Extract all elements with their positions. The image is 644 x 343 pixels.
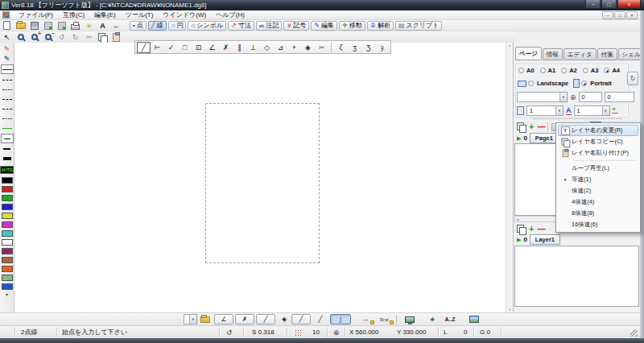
style-picker-button[interactable]: ✎ [1, 54, 14, 64]
print-button[interactable] [68, 20, 82, 31]
tool-delete-line[interactable]: ✂ [315, 42, 328, 53]
color-swatch-lightgreen[interactable] [2, 275, 13, 281]
pen-width-combobox[interactable]: 1▾ [526, 105, 564, 116]
remove-page-button[interactable]: — [537, 123, 544, 131]
redo-button[interactable]: ↻ [68, 32, 82, 43]
linewidth-thick-button[interactable] [1, 155, 14, 163]
menu-help[interactable]: ヘルプ(H) [211, 10, 250, 20]
add-set-icon[interactable]: +— [613, 108, 618, 114]
image-view-button[interactable] [467, 314, 481, 324]
snap-combobox[interactable]: ▾ [184, 314, 197, 324]
mode-circle-button[interactable]: ○円 [168, 21, 187, 31]
restore-button[interactable]: □ [601, 0, 617, 9]
linestyle-dot-button[interactable] [1, 85, 14, 93]
tab-notes[interactable]: 付箋 [597, 48, 617, 60]
copy-layer-icon[interactable] [517, 225, 526, 233]
tab-info[interactable]: 情報 [543, 48, 563, 60]
remove-layer-button[interactable]: — [537, 225, 544, 233]
scroll-up-icon[interactable]: ▲ [508, 43, 511, 48]
dropdown-arrow-icon[interactable]: ▾ [602, 106, 609, 115]
linewidth-medium-button[interactable] [1, 145, 14, 153]
minimize-button[interactable]: − [585, 0, 601, 9]
pen-style-button[interactable]: ✎ [1, 44, 14, 54]
add-page-button[interactable]: + [529, 122, 534, 131]
grid-snap-icon[interactable] [295, 326, 302, 339]
tool-spline-edit[interactable]: Ʒ [361, 42, 375, 53]
snap-folder-button[interactable] [200, 314, 210, 324]
mode-mark-button[interactable]: ∨記号 [283, 21, 309, 31]
dimension-display-button[interactable]: ↔ [359, 314, 372, 324]
favorites-button[interactable]: ★ [82, 20, 96, 31]
linestyle-solid-button[interactable] [1, 64, 14, 74]
tool-diamond-mark[interactable]: ◈ [301, 42, 315, 53]
page-tab-label[interactable]: Page1 [530, 133, 559, 143]
auto-width-button[interactable]: AUTO [0, 166, 14, 174]
select-button[interactable]: ↖ [0, 32, 14, 43]
tool-segment[interactable]: ⊢ [151, 42, 164, 53]
cut-button[interactable]: ✂ [82, 32, 96, 43]
linestyle-longdash-button[interactable] [1, 105, 14, 113]
color-swatch-green[interactable] [2, 195, 13, 201]
label-a2[interactable]: A2 [569, 67, 577, 74]
line-style-combobox[interactable]: 1▾ [574, 105, 610, 116]
library-button[interactable] [41, 20, 55, 31]
menu-item-loop-play[interactable]: ループ再生(L) [558, 163, 638, 174]
dropdown-arrow-icon[interactable]: ▾ [559, 93, 567, 101]
dropdown-arrow-icon[interactable]: ▾ [555, 106, 563, 115]
tool-polyline[interactable]: ✓ [164, 42, 178, 53]
layer-list[interactable] [514, 246, 639, 307]
color-swatch-black[interactable] [2, 177, 13, 184]
mode-symbol-button[interactable]: ⌂シンボル [188, 21, 226, 31]
zoom-window-button[interactable] [14, 32, 27, 43]
tool-parallel-line[interactable]: ∥ [233, 42, 246, 53]
label-a1[interactable]: A1 [548, 67, 556, 74]
panel-splitter[interactable] [533, 118, 621, 121]
linestyle-dashdot-button[interactable] [1, 95, 14, 103]
tab-page[interactable]: ページ [515, 47, 542, 60]
zoom-in-button[interactable]: + [27, 32, 41, 43]
radio-portrait[interactable] [581, 81, 587, 86]
radio-a4[interactable] [604, 68, 609, 73]
tool-rectangle-center[interactable]: ⊡ [192, 42, 205, 53]
refresh-paper-button[interactable]: ↻ [627, 72, 638, 85]
mdi-restore-button[interactable]: □ [614, 11, 625, 19]
menu-item-speed-4x[interactable]: 4倍速(4) [558, 196, 638, 208]
radio-a3[interactable] [583, 68, 588, 73]
radio-a2[interactable] [561, 68, 567, 73]
tool-perpendicular-line[interactable]: ⊥ [246, 42, 260, 53]
tool-rhombus[interactable]: ◇ [260, 42, 274, 53]
label-a4[interactable]: A4 [612, 67, 620, 74]
fit-paper-icon[interactable]: ⊕ [570, 93, 576, 101]
tool-right-triangle[interactable]: ⊿ [274, 42, 287, 53]
tree-view-button[interactable]: ♣ [427, 314, 438, 324]
menu-item-speed-16x[interactable]: 16倍速(6) [558, 219, 638, 230]
mdi-close-button[interactable]: × [626, 11, 638, 19]
radio-a1[interactable] [540, 68, 546, 73]
snap-line-plain-button[interactable]: ╱ [316, 314, 325, 324]
tool-angle-line[interactable]: ∠ [205, 42, 219, 53]
text-button[interactable]: A [96, 20, 109, 31]
scroll-down-icon[interactable]: ▼ [508, 308, 511, 312]
menu-tools[interactable]: ツール(T) [121, 10, 159, 20]
tool-spline-closed[interactable]: ʒ [348, 42, 361, 53]
resize-grip[interactable] [630, 329, 638, 337]
menu-file[interactable]: ファイル(F) [14, 10, 58, 20]
copy-button[interactable] [96, 32, 109, 43]
tab-editor[interactable]: エディタ [564, 48, 597, 60]
color-swatch-maroon[interactable] [2, 248, 13, 254]
label-a3[interactable]: A3 [591, 67, 599, 74]
menu-item-copy-layer-name[interactable]: レイヤ名コピー(C) [558, 136, 638, 147]
zoom-out-button[interactable]: − [41, 32, 55, 43]
mode-move-button[interactable]: ✛移動 [339, 21, 365, 31]
linewidth-thin-button[interactable] [1, 134, 14, 143]
color-swatch-orange[interactable] [2, 266, 13, 272]
color-swatch-blue2[interactable] [2, 283, 13, 290]
mode-line-button[interactable]: ╱線 [148, 21, 167, 31]
label-portrait[interactable]: Portrait [590, 80, 612, 87]
back-button[interactable]: ← [109, 20, 123, 31]
mode-point-button[interactable]: •点 [130, 21, 147, 31]
snap-line-button[interactable]: ╱ [291, 314, 311, 324]
mode-dimension-button[interactable]: ↗寸法 [228, 21, 254, 31]
menu-window[interactable]: ウインドウ(W) [158, 10, 211, 20]
offset-y-field[interactable]: 0 [605, 92, 634, 102]
